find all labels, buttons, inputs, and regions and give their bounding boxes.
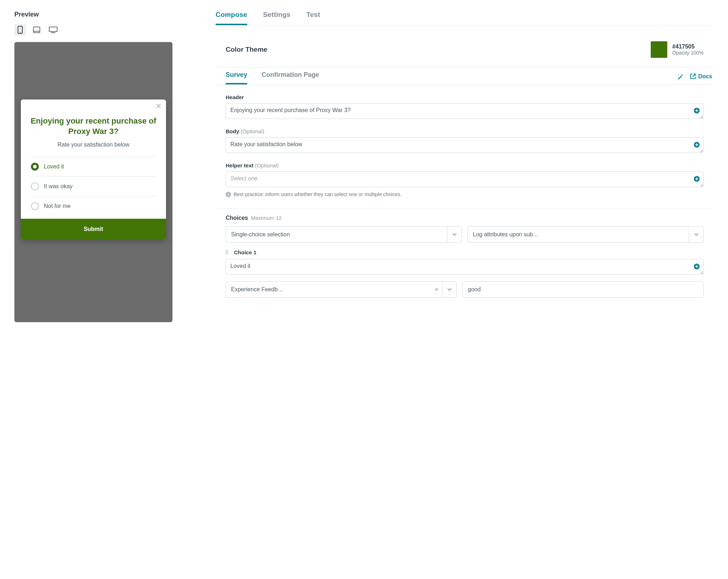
choice-label: It was okay: [44, 183, 73, 190]
subtab-survey[interactable]: Survey: [226, 71, 247, 84]
helper-hint: i Best practice: inform users whether th…: [226, 191, 704, 197]
tab-test[interactable]: Test: [307, 11, 320, 25]
helper-field-label: Helper text (Optional): [226, 162, 704, 168]
choices-title: Choices: [226, 215, 248, 221]
close-icon[interactable]: ✕: [155, 102, 162, 110]
choice-label: Loved it: [44, 163, 64, 170]
color-theme-title: Color Theme: [226, 46, 267, 54]
survey-choice[interactable]: Not for me: [30, 196, 157, 216]
selection-type-select[interactable]: Single-choice selection: [226, 226, 462, 243]
svg-rect-4: [49, 27, 57, 32]
docs-link[interactable]: Docs: [690, 73, 712, 80]
color-opacity: Opacity 100%: [672, 50, 704, 56]
survey-card: ✕ Enjoying your recent purchase of Proxy…: [21, 99, 166, 240]
plus-circle-icon: [694, 263, 700, 270]
tablet-icon: [33, 27, 40, 33]
log-attributes-select[interactable]: Log attributes upon sub…: [467, 226, 704, 243]
external-link-icon: [690, 73, 696, 79]
clear-tag-button[interactable]: ×: [431, 286, 442, 293]
choice-label: Not for me: [44, 203, 71, 209]
insert-variable-button[interactable]: [694, 176, 700, 182]
docs-label: Docs: [698, 73, 712, 80]
choice-1-attr-value-input[interactable]: [462, 281, 704, 298]
radio-icon: [31, 163, 39, 171]
preview-frame: ✕ Enjoying your recent purchase of Proxy…: [14, 42, 172, 322]
subtab-confirmation[interactable]: Confirmation Page: [262, 71, 319, 84]
select-value: Single-choice selection: [226, 231, 447, 238]
insert-variable-button[interactable]: [694, 263, 700, 270]
body-input[interactable]: [226, 137, 704, 153]
header-field-label: Header: [226, 94, 704, 100]
svg-rect-2: [33, 27, 40, 33]
editor-tabs: Compose Settings Test: [216, 11, 714, 26]
magic-wand-button[interactable]: [677, 73, 683, 80]
radio-icon: [31, 182, 39, 190]
survey-header: Enjoying your recent purchase of Proxy W…: [30, 116, 157, 136]
svg-point-1: [20, 32, 20, 33]
choices-max: Maximum 12: [251, 215, 282, 221]
plus-circle-icon: [694, 176, 700, 182]
preview-title: Preview: [14, 11, 172, 18]
device-selector: [14, 24, 172, 36]
submit-button[interactable]: Submit: [21, 219, 166, 240]
plus-circle-icon: [694, 107, 700, 114]
choice-1-label: Choice 1: [234, 249, 257, 255]
body-field-label: Body (Optional): [226, 128, 704, 134]
helper-input[interactable]: [226, 171, 704, 187]
chevron-down-icon: [447, 227, 461, 242]
select-value: Experience Feedb…: [226, 286, 431, 293]
info-icon: i: [226, 192, 231, 197]
insert-variable-button[interactable]: [694, 142, 700, 148]
device-phone-button[interactable]: [14, 24, 26, 36]
plus-circle-icon: [694, 142, 700, 148]
desktop-icon: [49, 27, 57, 33]
color-hex: #417505: [672, 43, 704, 50]
survey-body: Rate your satisfaction below: [30, 142, 157, 148]
device-desktop-button[interactable]: [47, 24, 59, 36]
chevron-down-icon: [689, 227, 703, 242]
choice-1-tag-select[interactable]: Experience Feedb… ×: [226, 281, 457, 298]
magic-wand-icon: [677, 73, 683, 80]
header-input[interactable]: [226, 103, 704, 119]
chevron-down-icon: [442, 282, 456, 297]
radio-icon: [31, 202, 39, 210]
phone-icon: [18, 26, 23, 34]
survey-choice[interactable]: It was okay: [30, 176, 157, 196]
tab-compose[interactable]: Compose: [216, 11, 247, 25]
survey-choice[interactable]: Loved it: [30, 157, 157, 176]
tab-settings[interactable]: Settings: [263, 11, 291, 25]
drag-handle-icon[interactable]: ⠿: [225, 250, 229, 255]
select-value: Log attributes upon sub…: [468, 231, 689, 238]
color-swatch[interactable]: [651, 41, 667, 58]
device-tablet-button[interactable]: [31, 24, 42, 36]
insert-variable-button[interactable]: [694, 107, 700, 114]
choice-1-input[interactable]: [226, 259, 704, 275]
